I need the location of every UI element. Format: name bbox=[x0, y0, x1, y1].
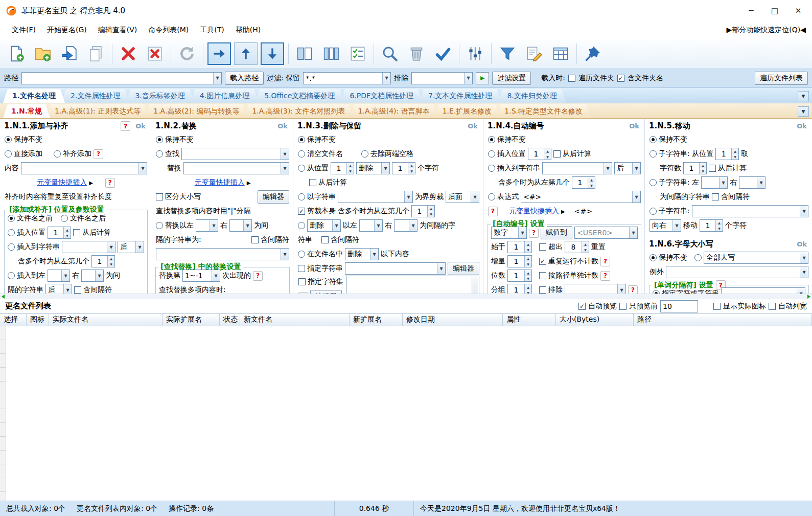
menu-file[interactable]: 文件(F) bbox=[6, 23, 41, 37]
dropdown-arrow-icon[interactable] bbox=[672, 220, 681, 231]
scrollbar[interactable] bbox=[472, 277, 478, 294]
column-header-status[interactable]: 状态 bbox=[220, 314, 240, 326]
left-string-combobox[interactable] bbox=[701, 176, 728, 189]
refresh-button[interactable] bbox=[174, 41, 200, 66]
preview-first-checkbox[interactable] bbox=[619, 303, 627, 310]
ok-button[interactable]: Ok bbox=[466, 122, 480, 130]
load-path-button[interactable]: 载入路径 bbox=[225, 72, 264, 85]
charset-textarea[interactable] bbox=[346, 276, 479, 294]
spin-up-icon[interactable] bbox=[582, 241, 589, 247]
ok-button[interactable]: Ok bbox=[133, 122, 148, 130]
nth-occurrence-spinner[interactable]: 1 bbox=[91, 255, 115, 267]
char-count-spinner[interactable]: 1 bbox=[392, 162, 415, 174]
file-table-body[interactable] bbox=[0, 326, 812, 501]
radio-substring-between[interactable] bbox=[649, 179, 657, 186]
insert-string-combobox[interactable] bbox=[542, 162, 612, 174]
radio-keep[interactable] bbox=[156, 136, 163, 143]
separator-side-combobox[interactable]: 后 bbox=[45, 284, 72, 294]
column-header-path[interactable]: 路径 bbox=[634, 314, 812, 326]
radio-from-position[interactable] bbox=[298, 165, 305, 172]
radio-spec-separator[interactable] bbox=[653, 290, 660, 294]
radio-insert-position[interactable] bbox=[8, 229, 15, 236]
spin-up-icon[interactable] bbox=[525, 256, 531, 261]
move-count-spinner[interactable]: 1 bbox=[700, 219, 723, 232]
from-end-checkbox[interactable] bbox=[73, 229, 80, 236]
spin-down-icon[interactable] bbox=[716, 226, 723, 231]
subtab-specific-types[interactable]: 1.S.特定类型文件名修改 bbox=[496, 104, 591, 118]
radio-before-name[interactable] bbox=[8, 215, 15, 222]
column-header-select[interactable]: 选择 bbox=[0, 314, 27, 326]
radio-clear-name[interactable] bbox=[298, 150, 305, 158]
tab-file-attributes[interactable]: 2.文件属性处理 bbox=[61, 89, 129, 103]
help-button[interactable]: ? bbox=[105, 178, 115, 188]
dropdown-arrow-icon[interactable] bbox=[757, 177, 765, 188]
delete-button[interactable] bbox=[115, 41, 142, 66]
spec-charset-checkbox[interactable] bbox=[298, 278, 306, 285]
ok-button[interactable]: Ok bbox=[275, 122, 290, 130]
auto-preview-checkbox[interactable] bbox=[578, 303, 586, 310]
spec-string-checkbox[interactable] bbox=[298, 265, 305, 272]
radio-keep[interactable] bbox=[488, 136, 495, 143]
case-sensitive-checkbox[interactable] bbox=[156, 193, 163, 200]
spin-up-icon[interactable] bbox=[525, 284, 531, 290]
search-button[interactable] bbox=[377, 41, 403, 66]
radio-keep[interactable] bbox=[298, 136, 305, 143]
spin-down-icon[interactable] bbox=[64, 233, 71, 238]
dropdown-arrow-icon[interactable] bbox=[604, 163, 612, 174]
dropdown-arrow-icon[interactable] bbox=[464, 73, 472, 84]
dropdown-arrow-icon[interactable] bbox=[61, 270, 69, 281]
left-string-combobox[interactable] bbox=[196, 219, 218, 232]
expand-arrow-icon[interactable]: ▶ bbox=[247, 180, 251, 186]
subtab-extension[interactable]: 1.E.扩展名修改 bbox=[434, 104, 500, 118]
number-type-combobox[interactable]: 数字 bbox=[491, 227, 527, 239]
spin-down-icon[interactable] bbox=[347, 168, 354, 174]
right-string-combobox[interactable] bbox=[81, 270, 104, 282]
replace-combobox[interactable] bbox=[183, 162, 289, 174]
spin-down-icon[interactable] bbox=[525, 276, 531, 281]
include-separator-checkbox[interactable] bbox=[251, 236, 259, 243]
menu-tools[interactable]: 工具(T) bbox=[194, 23, 229, 37]
delete-mode-combobox[interactable]: 删除 bbox=[356, 162, 390, 174]
column-header-attributes[interactable]: 属性 bbox=[503, 314, 556, 326]
start-spinner[interactable]: 1 bbox=[507, 241, 532, 253]
help-button[interactable]: ? bbox=[253, 271, 263, 281]
dropdown-arrow-icon[interactable] bbox=[800, 206, 808, 217]
include-separator-checkbox[interactable] bbox=[321, 236, 329, 243]
insert-string-combobox[interactable] bbox=[62, 241, 115, 253]
dropdown-arrow-icon[interactable] bbox=[212, 270, 220, 281]
column-header-modified-date[interactable]: 修改日期 bbox=[403, 314, 503, 326]
spin-down-icon[interactable] bbox=[525, 261, 531, 267]
dropdown-arrow-icon[interactable] bbox=[381, 163, 389, 174]
radio-replace-between[interactable] bbox=[156, 222, 163, 229]
tab-office-summary[interactable]: 5.Office文档摘要处理 bbox=[255, 89, 344, 103]
quick-locate-link[interactable]: ▶部分功能快速定位(Q)◀ bbox=[727, 26, 806, 35]
pin-button[interactable] bbox=[579, 41, 606, 66]
menu-help[interactable]: 帮助(H) bbox=[230, 23, 266, 37]
crop-self-checkbox[interactable] bbox=[298, 208, 305, 215]
spin-down-icon[interactable] bbox=[544, 154, 551, 160]
more-main-tabs-button[interactable]: ▼ bbox=[798, 91, 809, 101]
find-combobox[interactable] bbox=[181, 148, 289, 160]
radio-keep[interactable] bbox=[5, 136, 12, 143]
dropdown-arrow-icon[interactable] bbox=[63, 284, 72, 294]
dropdown-arrow-icon[interactable] bbox=[382, 73, 390, 84]
check-list-button[interactable] bbox=[344, 41, 371, 66]
radio-insert-position[interactable] bbox=[488, 150, 495, 158]
dropdown-arrow-icon[interactable] bbox=[281, 148, 289, 160]
insert-position-spinner[interactable]: 1 bbox=[528, 148, 551, 160]
radio-after-name[interactable] bbox=[61, 215, 68, 222]
spin-down-icon[interactable] bbox=[408, 168, 415, 174]
dropdown-arrow-icon[interactable] bbox=[332, 220, 340, 231]
dropdown-arrow-icon[interactable] bbox=[281, 249, 289, 260]
meta-insert-link[interactable]: 元变量快捷插入 bbox=[195, 178, 245, 187]
radio-by-string[interactable] bbox=[298, 193, 305, 200]
minimize-button[interactable]: ─ bbox=[739, 3, 763, 19]
ok-button[interactable]: Ok bbox=[795, 122, 809, 130]
panels-horizontal-scrollbar[interactable] bbox=[0, 294, 812, 299]
radio-trim-spaces[interactable] bbox=[361, 150, 368, 158]
column-header-filename[interactable]: 实际文件名 bbox=[49, 314, 163, 326]
dropdown-arrow-icon[interactable] bbox=[243, 220, 251, 231]
load-list-button[interactable] bbox=[56, 41, 83, 66]
scroll-left-icon[interactable] bbox=[2, 295, 5, 299]
filter-flag-button[interactable] bbox=[494, 41, 521, 66]
